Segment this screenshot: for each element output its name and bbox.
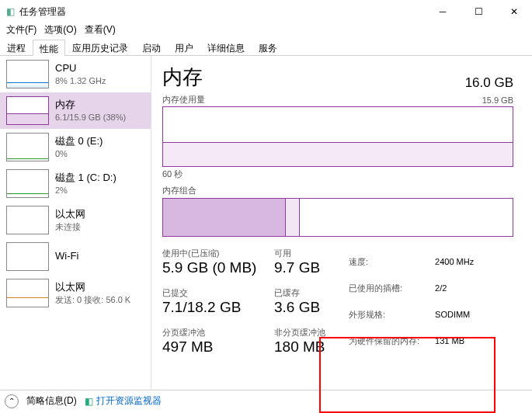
page-title: 内存 [162,64,203,91]
brief-info-toggle[interactable]: 简略信息(D) [26,394,77,408]
app-icon: ◧ [6,6,15,17]
window-title: 任务管理器 [19,5,66,19]
net-thumbnail [6,242,49,271]
cached-value: 3.6 GB [274,299,336,316]
usage-chart [162,106,513,167]
sidebar-item-label: 以太网 [55,208,85,221]
sidebar-item-disk0[interactable]: 磁盘 0 (E:)0% [0,129,151,165]
bar-in-use [163,199,286,236]
net-thumbnail [6,279,49,307]
tab-services[interactable]: 服务 [252,39,284,55]
usage-chart-max: 15.9 GB [162,95,513,105]
sidebar[interactable]: CPU8% 1.32 GHz 内存6.1/15.9 GB (38%) 磁盘 0 … [0,56,151,390]
tab-processes[interactable]: 进程 [0,39,33,55]
spec-form: SODIMM [435,303,474,328]
in-use-value: 5.9 GB (0 MB) [162,259,263,276]
sidebar-item-disk1[interactable]: 磁盘 1 (C: D:)2% [0,165,151,202]
tab-app-history[interactable]: 应用历史记录 [65,39,135,55]
close-button[interactable]: ✕ [496,0,532,23]
tab-performance[interactable]: 性能 [33,40,65,56]
sidebar-item-cpu[interactable]: CPU8% 1.32 GHz [0,56,151,92]
menu-options[interactable]: 选项(O) [44,23,76,39]
disk-thumbnail [6,133,49,161]
sidebar-item-label: 磁盘 1 (C: D:) [55,172,116,185]
sidebar-item-wifi[interactable]: Wi-Fi [0,238,151,275]
committed-label: 已提交 [162,287,263,299]
paged-label: 分页缓冲池 [162,327,263,338]
open-resource-monitor-link[interactable]: ◧ 打开资源监视器 [85,394,162,408]
nonpaged-label: 非分页缓冲池 [274,327,336,338]
maximize-button[interactable]: ☐ [461,0,496,23]
time-axis-label: 60 秒 [162,168,513,180]
tab-users[interactable]: 用户 [168,39,200,55]
memory-thumbnail [6,96,49,125]
spec-slots: 2/2 [435,276,474,300]
sidebar-item-memory[interactable]: 内存6.1/15.9 GB (38%) [0,92,151,129]
menu-file[interactable]: 文件(F) [6,23,37,39]
minimize-button[interactable]: ─ [425,0,461,23]
sidebar-item-label: Wi-Fi [55,250,78,263]
cached-label: 已缓存 [274,287,336,299]
net-thumbnail [6,206,49,234]
spec-speed: 2400 MHz [435,249,474,274]
total-memory: 16.0 GB [465,75,513,91]
committed-value: 7.1/18.2 GB [162,299,263,316]
sidebar-item-ethernet2[interactable]: 以太网发送: 0 接收: 56.0 K [0,275,151,311]
sidebar-item-label: 磁盘 0 (E:) [55,135,103,148]
menu-view[interactable]: 查看(V) [85,23,116,39]
cpu-thumbnail [6,60,49,88]
composition-bar [162,198,513,237]
paged-value: 497 MB [162,338,263,356]
tab-details[interactable]: 详细信息 [200,39,252,55]
in-use-label: 使用中(已压缩) [162,248,263,259]
available-value: 9.7 GB [274,259,336,276]
available-label: 可用 [274,248,336,259]
monitor-icon: ◧ [85,396,93,407]
tab-startup[interactable]: 启动 [135,39,168,55]
sidebar-item-ethernet[interactable]: 以太网未连接 [0,202,151,238]
composition-label: 内存组合 [162,185,513,196]
disk-thumbnail [6,169,49,198]
spec-hw-reserved: 131 MB [435,329,474,354]
expand-chevron-icon[interactable]: ⌃ [5,394,19,408]
specs-table: 速度:2400 MHz 已使用的插槽:2/2 外形规格:SODIMM 为硬件保留… [347,248,475,356]
bar-modified [286,199,300,236]
sidebar-item-label: CPU [55,62,106,75]
bar-free [300,199,513,236]
sidebar-item-label: 以太网 [55,281,130,294]
sidebar-item-label: 内存 [55,99,126,112]
nonpaged-value: 180 MB [274,338,336,356]
